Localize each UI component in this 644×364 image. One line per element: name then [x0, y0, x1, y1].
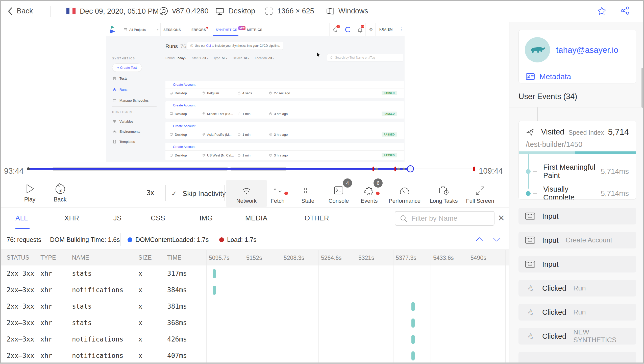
close-panel-button[interactable]: ×: [498, 211, 505, 224]
status-badge: PASSED: [382, 132, 397, 137]
replay-viewport[interactable]: All Projects ▾ SESSIONS ERRORS SYNTHETIC…: [0, 22, 509, 162]
event-marker[interactable]: [375, 168, 378, 170]
error-marker[interactable]: [473, 167, 475, 171]
errors-dot: [206, 27, 208, 29]
hyena-icon: [530, 43, 545, 56]
back-10s-button[interactable]: 10 Back: [45, 183, 75, 203]
event-item-input[interactable]: Input: [518, 256, 636, 272]
event-item-input[interactable]: Input: [518, 208, 636, 224]
screen-size-icon: [265, 7, 273, 15]
network-row[interactable]: 2xx–3xxxhrstatsx368ms: [0, 315, 509, 331]
divider: [51, 6, 51, 17]
tab-all[interactable]: ALL: [15, 214, 28, 222]
full-screen-icon: [475, 186, 485, 196]
active-tab-underline: [213, 35, 238, 36]
session-date: Dec 09, 2020, 05:10 PM: [80, 7, 159, 15]
event-item-clicked[interactable]: ☝ ClickedNEW SYNTHETICS: [518, 328, 636, 345]
resolution: 1366 × 625: [277, 7, 314, 15]
timeline-progress[interactable]: [29, 168, 410, 170]
current-time: 93:44: [4, 167, 24, 176]
speed-index-label: Speed Index: [568, 129, 604, 136]
timeline-scrubber[interactable]: [407, 165, 414, 172]
skip-inactivity-toggle[interactable]: ✓ Skip Inactivity: [171, 190, 226, 198]
browser-group: v87.0.4280: [159, 7, 209, 16]
filter-by-name-input[interactable]: [411, 214, 487, 223]
announcements-badge: 1: [336, 25, 340, 28]
os-name: Windows: [338, 7, 368, 15]
tab-img[interactable]: IMG: [200, 214, 213, 222]
window-icon: [123, 28, 127, 32]
app-logo-icon: [109, 25, 117, 34]
runs-filters: PeriodToday▾ StatusAll▾ TypeAll▾ DeviceA…: [165, 56, 274, 60]
play-button[interactable]: Play: [15, 183, 45, 203]
prev-chevron-button[interactable]: [474, 235, 484, 244]
tab-css[interactable]: CSS: [151, 214, 165, 222]
replay-app-main: Runs76 ⓘUse our CLI to include your Synt…: [162, 36, 405, 162]
status-badge: PASSED: [382, 112, 397, 116]
network-row[interactable]: 2xx–3xxxhrnotificationsx407ms: [0, 348, 509, 364]
run-name: Create Account: [165, 81, 404, 88]
visited-url: /test-builder/1450: [526, 140, 582, 149]
search-icon: [330, 56, 333, 59]
network-table-header: STATUS TYPE NAME SIZE TIME: [0, 250, 509, 265]
event-item-partial[interactable]: [518, 352, 636, 364]
bell-badge: 33: [361, 25, 364, 28]
event-item-clicked[interactable]: ☝ ClickedRun: [518, 280, 636, 297]
sidebar-scrollbar[interactable]: [641, 68, 643, 108]
network-panel: ALL XHR JS CSS IMG MEDIA OTHER × 76: req…: [0, 208, 509, 364]
network-row[interactable]: 2xx–3xxxhrstatsx381ms: [0, 298, 509, 315]
runs-heading: Runs76: [165, 43, 186, 49]
id-card-icon: [526, 73, 535, 80]
tab-media[interactable]: MEDIA: [245, 214, 267, 222]
share-button[interactable]: [621, 6, 629, 15]
performance-panel-button[interactable]: Performance: [386, 183, 424, 206]
tab-js[interactable]: JS: [113, 214, 122, 222]
full-screen-button[interactable]: Full Screen: [461, 183, 499, 206]
events-count-badge: 6: [374, 178, 383, 188]
back-button[interactable]: Back: [8, 7, 33, 15]
timeline-track[interactable]: [410, 169, 474, 169]
speed-button[interactable]: 3x: [140, 189, 160, 197]
filter-box: [395, 211, 494, 226]
tab-other[interactable]: OTHER: [305, 214, 329, 222]
event-item-clicked[interactable]: ☝ ClickedRun: [518, 304, 636, 321]
favorite-star-button[interactable]: [597, 6, 607, 16]
events-panel-button[interactable]: 6 Events: [350, 183, 388, 206]
event-marker[interactable]: [403, 168, 405, 170]
tab-xhr[interactable]: XHR: [64, 214, 79, 222]
user-email-link[interactable]: tahay@asayer.io: [556, 45, 618, 55]
dom-content-loaded: DOMContentLoaded: 1.7s: [128, 236, 209, 243]
load-dot: [219, 237, 224, 242]
error-marker[interactable]: [394, 167, 396, 171]
status-badge: PASSED: [382, 153, 397, 157]
events-alert-dot: [376, 192, 380, 195]
long-tasks-panel-button[interactable]: Long Tasks: [425, 183, 463, 206]
status-badge: PASSED: [382, 91, 397, 95]
visited-event-card[interactable]: Visited Speed Index5,714 /test-builder/1…: [518, 121, 636, 200]
next-chevron-button[interactable]: [491, 235, 502, 244]
metadata-button[interactable]: Metadata: [526, 72, 571, 81]
resolution-group: 1366 × 625: [265, 7, 314, 15]
event-item-input[interactable]: InputCreate Account: [518, 232, 636, 248]
section-configure: CONFIGURE: [112, 110, 134, 113]
search-icon: [400, 215, 407, 222]
monitor-icon: [215, 7, 224, 15]
user-card: tahay@asayer.io Metadata: [518, 30, 636, 83]
run-card: Create Account Desktop Asia Pacific (M..…: [165, 122, 404, 139]
requests-count: 76: requests: [7, 236, 41, 243]
user-events-sidebar: tahay@asayer.io Metadata User Events (34…: [509, 22, 644, 364]
dom-building-time: DOM Building Time: 1.6s: [50, 236, 120, 243]
os-group: Windows: [326, 7, 368, 15]
network-row[interactable]: 2xx–3xxxhrstatsx317ms: [0, 265, 509, 282]
speed-progress-bar: [519, 151, 636, 154]
player-timeline[interactable]: 93:44 109:44: [0, 162, 509, 179]
fetch-icon: [272, 185, 283, 196]
network-row[interactable]: 2xx–3xxxhrnotificationsx384ms: [0, 282, 509, 298]
replay-tab-metrics: METRICS: [247, 28, 262, 32]
network-row[interactable]: 2xx–3xxxhrnotificationsx426ms: [0, 331, 509, 348]
error-marker[interactable]: [373, 167, 374, 171]
run-name: Create Account: [165, 143, 404, 151]
network-icon: [241, 186, 252, 196]
fetch-alert-dot: [284, 192, 288, 195]
event-marker[interactable]: [397, 168, 400, 170]
